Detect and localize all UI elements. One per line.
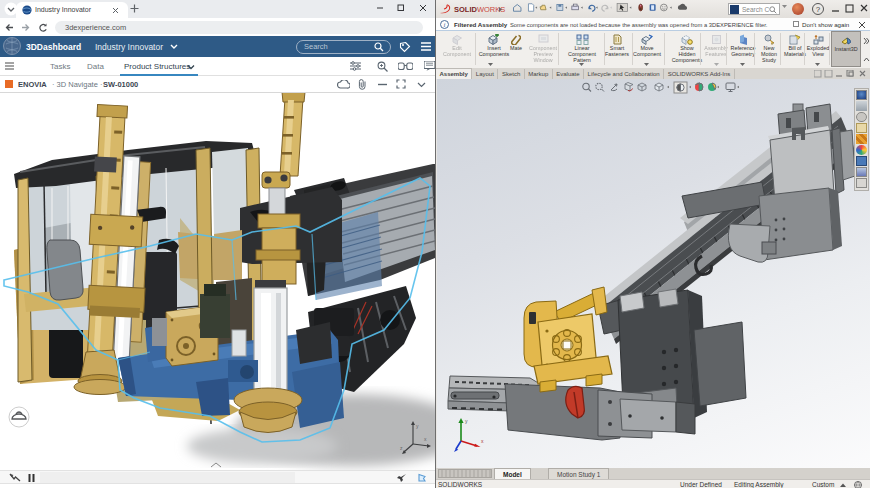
svg-text:x: x [481, 438, 484, 444]
svg-text:y: y [465, 418, 468, 424]
